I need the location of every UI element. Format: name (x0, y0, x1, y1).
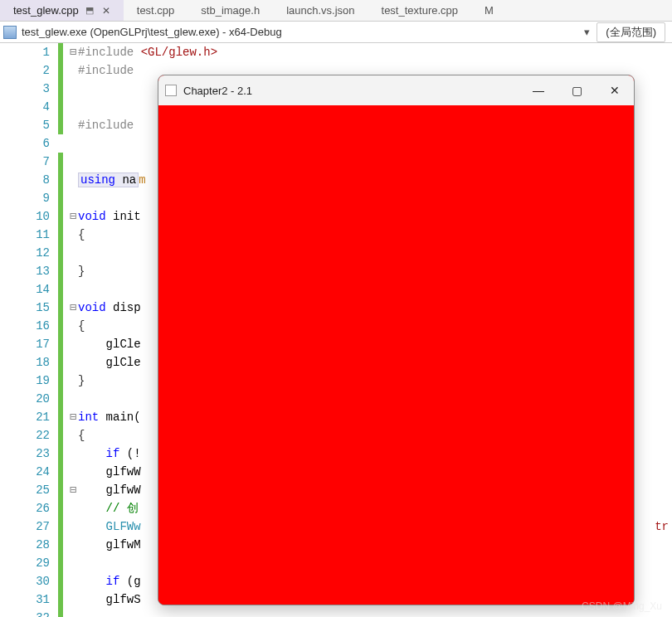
fold-icon[interactable] (68, 116, 78, 134)
fold-icon[interactable] (68, 335, 78, 353)
fold-icon[interactable]: ⊟ (68, 481, 78, 499)
line-number: 15 (0, 299, 50, 317)
fold-icon[interactable] (68, 554, 78, 572)
line-number: 14 (0, 280, 50, 299)
fold-icon[interactable] (68, 536, 78, 554)
fold-icon[interactable] (68, 372, 78, 390)
fold-icon[interactable] (68, 590, 78, 609)
dropdown-arrow-icon[interactable]: ▾ (584, 26, 590, 38)
line-number: 26 (0, 499, 50, 517)
fold-icon[interactable] (68, 609, 78, 617)
tab-stb-image[interactable]: stb_image.h (187, 0, 273, 21)
tab-test-glew[interactable]: test_glew.cpp ⬒ ✕ (0, 0, 124, 21)
fold-icon[interactable] (68, 353, 78, 372)
line-number: 24 (0, 463, 50, 481)
fold-icon[interactable] (68, 189, 78, 207)
fold-icon[interactable] (68, 463, 78, 481)
tab-launch-json[interactable]: launch.vs.json (273, 0, 368, 21)
fold-icon[interactable] (68, 280, 78, 299)
fold-icon[interactable] (68, 61, 78, 80)
popup-titlebar[interactable]: Chapter2 - 2.1 — ▢ ✕ (158, 75, 634, 105)
line-number: 32 (0, 609, 50, 617)
fold-icon[interactable]: ⊟ (68, 408, 78, 426)
line-number: 9 (0, 189, 50, 207)
line-number: 18 (0, 353, 50, 372)
fold-icon[interactable] (68, 134, 78, 153)
line-number: 30 (0, 572, 50, 590)
line-number: 13 (0, 262, 50, 280)
popup-title: Chapter2 - 2.1 (183, 85, 519, 97)
fold-icon[interactable] (68, 244, 78, 262)
info-bar: test_glew.exe (OpenGLPrj\test_glew.exe) … (0, 22, 672, 43)
line-number: 7 (0, 153, 50, 171)
fold-icon[interactable] (68, 226, 78, 244)
line-number: 17 (0, 335, 50, 353)
fold-icon[interactable] (68, 171, 78, 189)
opengl-output-window: Chapter2 - 2.1 — ▢ ✕ (158, 75, 635, 605)
tab-test-texture[interactable]: test_texture.cpp (368, 0, 472, 21)
target-icon (3, 26, 17, 39)
line-number: 31 (0, 590, 50, 609)
fold-icon[interactable] (68, 572, 78, 590)
fold-icon[interactable]: ⊟ (68, 299, 78, 317)
code-line[interactable]: ⊟#include <GL/glew.h> (68, 43, 672, 61)
fold-icon[interactable]: ⊟ (68, 207, 78, 226)
line-number: 4 (0, 98, 50, 116)
line-number: 12 (0, 244, 50, 262)
fold-icon[interactable] (68, 317, 78, 335)
line-number: 28 (0, 536, 50, 554)
line-number: 29 (0, 554, 50, 572)
line-number: 20 (0, 390, 50, 408)
line-number: 23 (0, 445, 50, 463)
tab-label: test_glew.cpp (13, 4, 79, 17)
fold-icon[interactable] (68, 153, 78, 171)
fold-icon[interactable]: ⊟ (68, 43, 78, 61)
fold-icon[interactable] (68, 262, 78, 280)
line-number: 25 (0, 481, 50, 499)
fold-icon[interactable] (68, 445, 78, 463)
line-number-gutter: 1234567891011121314151617181920212223242… (0, 43, 58, 617)
line-number: 5 (0, 116, 50, 134)
line-number: 3 (0, 80, 50, 98)
fold-icon[interactable] (68, 390, 78, 408)
app-icon (165, 85, 177, 96)
tab-more[interactable]: M (471, 0, 507, 21)
popup-content (158, 105, 634, 605)
fold-icon[interactable] (68, 80, 78, 98)
close-icon[interactable]: ✕ (102, 5, 110, 17)
fold-icon[interactable] (68, 98, 78, 116)
scope-selector[interactable]: (全局范围) (597, 22, 665, 42)
line-number: 10 (0, 207, 50, 226)
tab-test-cpp[interactable]: test.cpp (124, 0, 188, 21)
pin-icon[interactable]: ⬒ (85, 5, 94, 16)
line-number: 19 (0, 372, 50, 390)
line-number: 16 (0, 317, 50, 335)
line-number: 6 (0, 134, 50, 153)
fold-icon[interactable] (68, 517, 78, 536)
minimize-button[interactable]: — (519, 75, 558, 105)
line-number: 2 (0, 61, 50, 80)
line-number: 11 (0, 226, 50, 244)
line-number: 21 (0, 408, 50, 426)
fold-icon[interactable] (68, 499, 78, 517)
line-number: 27 (0, 517, 50, 536)
build-target-label[interactable]: test_glew.exe (OpenGLPrj\test_glew.exe) … (22, 26, 282, 38)
watermark: CSDN @Ming_Xu (582, 600, 662, 612)
line-number: 22 (0, 426, 50, 445)
close-button[interactable]: ✕ (596, 75, 634, 105)
maximize-button[interactable]: ▢ (558, 75, 596, 105)
tabs-bar: test_glew.cpp ⬒ ✕ test.cpp stb_image.h l… (0, 0, 672, 22)
line-number: 8 (0, 171, 50, 189)
fold-icon[interactable] (68, 426, 78, 445)
line-number: 1 (0, 43, 50, 61)
